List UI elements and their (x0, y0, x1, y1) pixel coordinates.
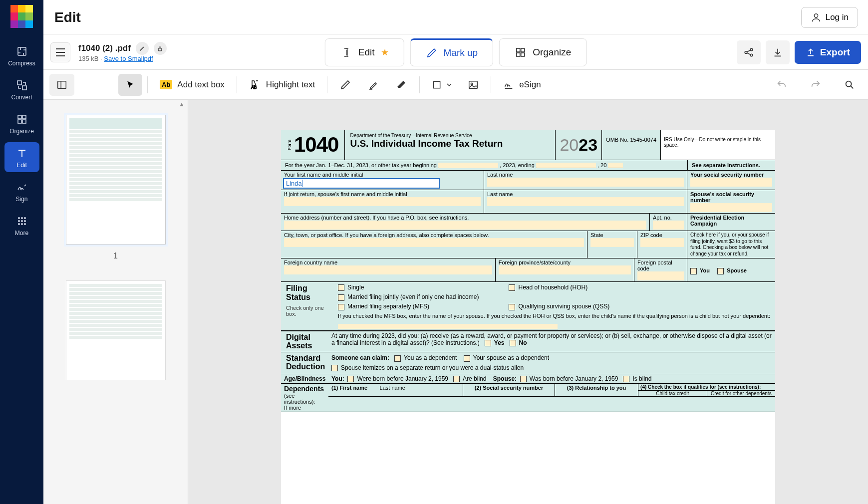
svg-point-10 (18, 220, 20, 222)
digital-text: At any time during 2023, did you: (a) re… (331, 332, 772, 346)
spouse-blind-checkbox[interactable] (623, 376, 629, 382)
digital-yes-checkbox[interactable] (485, 340, 491, 346)
see-instr: (see instructions): (284, 393, 315, 405)
pen-icon (339, 79, 351, 91)
you-dep-checkbox[interactable] (394, 355, 401, 362)
svg-point-13 (18, 223, 20, 225)
tax-year-text: For the year Jan. 1–Dec. 31, 2023, or ot… (285, 162, 437, 168)
are-blind-label: Are blind (463, 375, 486, 382)
nav-sign[interactable]: Sign (4, 176, 39, 206)
menu-button[interactable] (50, 42, 70, 62)
apt-field[interactable] (653, 221, 684, 230)
fs-single-checkbox[interactable] (338, 284, 344, 291)
nav-compress[interactable]: Compress (4, 40, 39, 70)
svg-point-29 (471, 83, 473, 85)
fs-qss-checkbox[interactable] (509, 304, 515, 310)
thumbnail-panel[interactable]: ▲ 1 (43, 100, 188, 504)
page-number: 1 (63, 252, 168, 260)
add-text-tool[interactable]: Ab Add text box (153, 74, 232, 96)
address-field[interactable] (284, 221, 646, 230)
tab-markup[interactable]: Mark up (410, 38, 494, 66)
tab-organize[interactable]: Organize (499, 38, 586, 66)
pec-you-checkbox[interactable] (690, 268, 697, 274)
file-name: f1040 (2) .pdf (78, 43, 131, 53)
page-thumbnail-1[interactable] (66, 115, 166, 245)
redo-button[interactable] (803, 74, 828, 96)
undo-button[interactable] (769, 74, 794, 96)
zip-field[interactable] (640, 238, 684, 247)
city-label: City, town, or post office. If you have … (284, 232, 584, 238)
foreign-country-field[interactable] (284, 265, 492, 274)
page-thumbnail-2[interactable] (66, 280, 166, 380)
nav-more[interactable]: More (4, 210, 39, 240)
nav-convert[interactable]: Convert (4, 74, 39, 104)
foreign-postal-field[interactable] (637, 271, 684, 280)
dependents-title: Dependents (284, 385, 324, 393)
login-button[interactable]: Log in (801, 7, 858, 28)
tax-year-field[interactable] (438, 163, 498, 168)
tab-edit[interactable]: Edit ★ (325, 38, 404, 66)
digital-no-checkbox[interactable] (510, 340, 516, 346)
share-button[interactable] (737, 40, 761, 64)
spouse-dep-checkbox[interactable] (464, 355, 470, 362)
pointer-tool[interactable] (118, 74, 142, 96)
document-canvas[interactable]: Form 1040 Department of the Treasury—Int… (188, 100, 868, 504)
export-button[interactable]: Export (795, 41, 861, 64)
irs-use-only: IRS Use Only—Do not write or staple in t… (660, 130, 775, 160)
lock-button[interactable] (154, 42, 167, 55)
app-logo (10, 5, 33, 28)
text-input-active[interactable]: Linda (283, 178, 440, 189)
panel-toggle[interactable] (49, 74, 74, 96)
nav-label: Edit (16, 162, 27, 169)
pec-text: Check here if you, or your spouse if fil… (690, 232, 769, 256)
highlight-tool[interactable]: Ab Highlight text (242, 74, 322, 96)
spouse-colon: Spouse: (493, 375, 517, 382)
image-icon (468, 79, 479, 90)
apps-icon (15, 214, 29, 228)
itemize-checkbox[interactable] (331, 365, 338, 371)
state-field[interactable] (590, 238, 634, 247)
lock-icon (157, 45, 163, 52)
pencil-icon (139, 45, 146, 52)
dept-text: Department of the Treasury—Internal Reve… (350, 133, 550, 138)
city-field[interactable] (284, 238, 584, 247)
fs-mfj-checkbox[interactable] (338, 294, 344, 301)
you-born-checkbox[interactable] (347, 376, 354, 382)
fs-mfs-checkbox[interactable] (338, 304, 344, 310)
save-link[interactable]: Save to Smallpdf (104, 55, 153, 62)
foreign-province-field[interactable] (499, 265, 631, 274)
yes-label: Yes (494, 339, 505, 346)
ssn-field[interactable] (690, 178, 772, 187)
tax-year-field3[interactable] (608, 163, 623, 168)
pen-tool[interactable] (332, 74, 358, 96)
marker-tool[interactable] (360, 74, 386, 96)
search-button[interactable] (837, 74, 862, 96)
eraser-tool[interactable] (388, 74, 414, 96)
if-more: If more (284, 405, 301, 411)
last-name-field[interactable] (487, 178, 684, 187)
dep-ctc: Child tax credit (638, 391, 707, 396)
age-blind-title: Age/Blindness (284, 375, 325, 382)
nav-edit[interactable]: Edit (4, 142, 39, 172)
esign-tool[interactable]: eSign (496, 74, 548, 96)
text-cursor-icon (340, 46, 352, 58)
tab-label: Edit (358, 47, 375, 58)
tax-year-field2[interactable] (536, 163, 596, 168)
download-button[interactable] (766, 40, 790, 64)
you-blind-checkbox[interactable] (453, 376, 460, 382)
fs-name-field[interactable] (338, 324, 558, 329)
shape-tool[interactable] (425, 74, 459, 96)
spouse-ssn-field[interactable] (690, 203, 772, 212)
svg-rect-1 (17, 81, 21, 85)
fs-hoh-checkbox[interactable] (509, 284, 515, 291)
spouse-born-checkbox[interactable] (520, 376, 527, 382)
image-tool[interactable] (461, 74, 486, 96)
spouse-last-field[interactable] (487, 197, 684, 206)
rename-button[interactable] (136, 42, 149, 55)
spouse-first-field[interactable] (284, 197, 481, 206)
form-title: U.S. Individual Income Tax Return (350, 138, 550, 149)
tax-year-end: , 20 (597, 162, 606, 168)
pec-spouse-checkbox[interactable] (717, 268, 724, 274)
nav-organize[interactable]: Organize (4, 108, 39, 138)
tool-label: Add text box (177, 80, 225, 90)
